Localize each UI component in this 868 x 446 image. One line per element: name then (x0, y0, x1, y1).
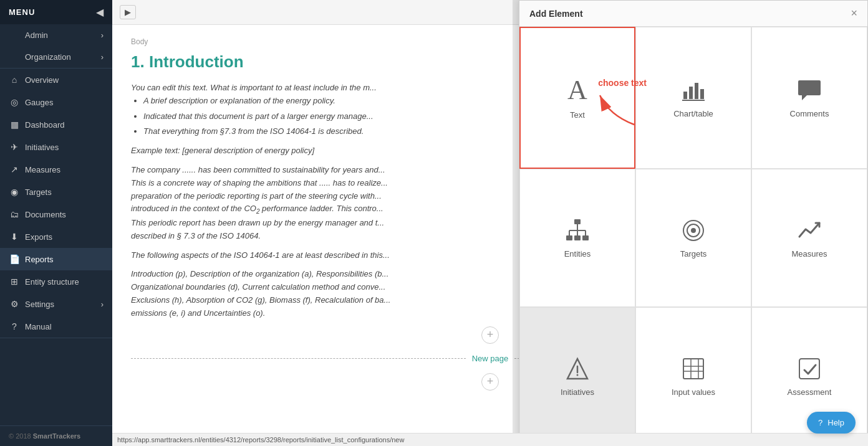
sidebar-item-exports[interactable]: ⬇ Exports (0, 225, 112, 248)
reports-icon: 📄 (9, 254, 20, 264)
main-content: ▶ Body 1. Introduction You can edit this… (112, 0, 868, 446)
sidebar-item-label-measures: Measures (25, 165, 60, 174)
sidebar-item-label-documents: Documents (25, 210, 66, 219)
text-icon: A (567, 77, 587, 104)
add-element-header: Add Element × (519, 1, 867, 27)
chevron-right-icon: › (101, 31, 104, 40)
comment-icon (797, 78, 822, 103)
chevron-right-icon-settings: › (101, 300, 104, 309)
sidebar-section-admin: Admin › Organization › (0, 24, 112, 69)
chevron-right-icon-org: › (101, 52, 104, 62)
assessment-icon (797, 356, 822, 381)
svg-rect-8 (582, 235, 589, 240)
element-card-label-text: Text (570, 110, 585, 120)
measures-icon (797, 218, 822, 243)
element-card-label-measures: Measures (791, 249, 827, 259)
svg-rect-20 (683, 359, 703, 379)
sidebar-item-label-admin: Admin (25, 31, 48, 40)
sidebar-item-entity-structure[interactable]: ⊞ Entity structure (0, 270, 112, 293)
element-card-targets[interactable]: Targets (635, 169, 751, 307)
sidebar-item-gauges[interactable]: ◎ Gauges (0, 91, 112, 113)
sidebar-item-label-organization: Organization (25, 52, 71, 62)
svg-point-16 (691, 228, 696, 233)
svg-rect-7 (574, 235, 581, 240)
element-card-label-chart: Chart/table (673, 109, 713, 118)
targets-icon (681, 218, 706, 243)
add-element-grid: A Text Chart/table (519, 27, 867, 445)
sidebar-item-label-dashboard: Dashboard (25, 120, 65, 130)
add-section-button[interactable]: + (481, 326, 499, 344)
svg-rect-6 (566, 235, 572, 240)
element-card-text[interactable]: A Text (519, 27, 635, 169)
sidebar-item-label-targets: Targets (25, 187, 52, 197)
svg-rect-2 (695, 83, 698, 99)
svg-rect-0 (683, 92, 687, 99)
targets-icon: ◉ (9, 187, 20, 197)
sidebar-item-admin[interactable]: Admin › (0, 24, 112, 46)
sidebar-item-manual[interactable]: ? Manual (0, 315, 112, 338)
settings-icon: ⚙ (9, 299, 20, 309)
sidebar-item-reports[interactable]: 📄 Reports (0, 248, 112, 270)
dashboard-icon: ▦ (9, 120, 20, 130)
element-card-label-comments: Comments (790, 109, 829, 118)
sidebar-item-label-reports: Reports (25, 255, 54, 264)
element-card-measures[interactable]: Measures (751, 169, 867, 307)
sidebar-item-label-entity-structure: Entity structure (25, 277, 79, 287)
manual-icon: ? (9, 321, 20, 331)
sidebar-item-label-initiatives: Initiatives (25, 143, 59, 152)
sidebar-item-dashboard[interactable]: ▦ Dashboard (0, 113, 112, 136)
element-card-initiatives[interactable]: Initiatives (519, 307, 635, 445)
svg-rect-25 (799, 359, 819, 379)
exports-icon: ⬇ (9, 232, 20, 242)
add-element-panel: Add Element × A Text (519, 0, 868, 446)
element-card-comments[interactable]: Comments (751, 27, 867, 169)
element-card-label-input-values: Input values (672, 387, 715, 397)
add-section-button-2[interactable]: + (481, 373, 499, 391)
sidebar-item-label-overview: Overview (25, 75, 59, 85)
brand-name: SmartTrackers (33, 432, 80, 440)
input-values-icon (681, 356, 706, 381)
element-card-label-initiatives: Initiatives (561, 387, 594, 397)
element-card-label-targets: Targets (680, 249, 707, 259)
element-card-chart[interactable]: Chart/table (635, 27, 751, 169)
sidebar-item-label-manual: Manual (25, 322, 52, 331)
element-card-label-entities: Entities (564, 249, 591, 259)
sidebar-item-label-settings: Settings (25, 300, 54, 309)
sidebar-item-documents[interactable]: 🗂 Documents (0, 203, 112, 225)
sidebar-item-initiatives[interactable]: ✈ Initiatives (0, 136, 112, 158)
menu-label: MENU (9, 7, 35, 17)
help-button[interactable]: ? Help (807, 412, 856, 434)
sidebar-footer: © 2018 SmartTrackers (0, 425, 112, 446)
add-element-close-button[interactable]: × (851, 7, 857, 20)
help-icon: ? (818, 418, 822, 427)
sidebar: MENU ◀ Admin › Organization › ⌂ Overview (0, 0, 112, 446)
svg-point-19 (577, 374, 579, 376)
expand-button[interactable]: ▶ (120, 5, 136, 19)
measures-icon: ↗ (9, 164, 20, 174)
copyright-text: © 2018 (9, 432, 31, 440)
new-page-label: New page (472, 354, 509, 363)
sidebar-item-targets[interactable]: ◉ Targets (0, 181, 112, 203)
sidebar-collapse-button[interactable]: ◀ (96, 6, 104, 18)
svg-rect-5 (574, 219, 581, 224)
sidebar-item-label-gauges: Gauges (25, 98, 54, 107)
element-card-entities[interactable]: Entities (519, 169, 635, 307)
sidebar-item-settings[interactable]: ⚙ Settings › (0, 293, 112, 315)
entity-structure-icon: ⊞ (9, 277, 20, 287)
sidebar-item-overview[interactable]: ⌂ Overview (0, 69, 112, 91)
element-card-label-assessment: Assessment (788, 387, 832, 397)
chart-icon (681, 78, 706, 103)
url-text: https://app.smarttrackers.nl/entities/43… (117, 436, 404, 444)
url-bar: https://app.smarttrackers.nl/entities/43… (112, 433, 868, 446)
add-element-title: Add Element (529, 9, 583, 19)
initiatives-icon (565, 356, 590, 381)
sidebar-header: MENU ◀ (0, 0, 112, 24)
svg-rect-1 (689, 87, 693, 99)
sidebar-section-nav: ⌂ Overview ◎ Gauges ▦ Dashboard ✈ Initia… (0, 69, 112, 338)
gauges-icon: ◎ (9, 97, 20, 107)
element-card-input-values[interactable]: Input values (635, 307, 751, 445)
sidebar-item-organization[interactable]: Organization › (0, 46, 112, 68)
help-label: Help (827, 418, 844, 427)
sidebar-item-measures[interactable]: ↗ Measures (0, 158, 112, 181)
documents-icon: 🗂 (9, 209, 20, 219)
